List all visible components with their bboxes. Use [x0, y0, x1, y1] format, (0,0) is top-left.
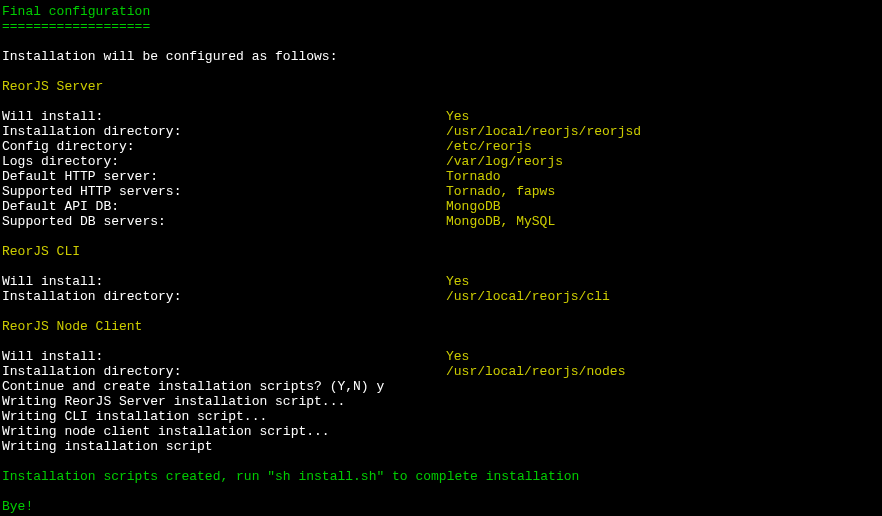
config-row: Installation directory:/usr/local/reorjs… [2, 289, 880, 304]
config-key: Supported HTTP servers: [2, 184, 446, 199]
server-section-title: ReorJS Server [2, 79, 880, 94]
config-key: Default HTTP server: [2, 169, 446, 184]
config-val: /usr/local/reorjs/cli [446, 289, 610, 304]
config-key: Logs directory: [2, 154, 446, 169]
blank-line [2, 34, 880, 49]
config-key: Supported DB servers: [2, 214, 446, 229]
progress-line: Writing node client installation script.… [2, 424, 880, 439]
divider-line: =================== [2, 19, 880, 34]
config-val: /var/log/reorjs [446, 154, 563, 169]
config-row: Installation directory:/usr/local/reorjs… [2, 124, 880, 139]
blank-line [2, 484, 880, 499]
prompt-answer: y [376, 379, 384, 394]
config-row: Will install:Yes [2, 109, 880, 124]
config-val: /usr/local/reorjs/nodes [446, 364, 625, 379]
progress-line: Writing installation script [2, 439, 880, 454]
progress-line: Writing ReorJS Server installation scrip… [2, 394, 880, 409]
config-row: Supported HTTP servers:Tornado, fapws [2, 184, 880, 199]
config-row: Logs directory:/var/log/reorjs [2, 154, 880, 169]
blank-line [2, 64, 880, 79]
progress-line: Writing CLI installation script... [2, 409, 880, 424]
config-key: Will install: [2, 109, 446, 124]
config-val: Tornado [446, 169, 501, 184]
title-line: Final configuration [2, 4, 880, 19]
config-row: Supported DB servers:MongoDB, MySQL [2, 214, 880, 229]
blank-line [2, 304, 880, 319]
config-row: Config directory:/etc/reorjs [2, 139, 880, 154]
config-val: /etc/reorjs [446, 139, 532, 154]
done-line: Installation scripts created, run "sh in… [2, 469, 880, 484]
config-key: Config directory: [2, 139, 446, 154]
config-row: Will install:Yes [2, 349, 880, 364]
config-val: /usr/local/reorjs/reorjsd [446, 124, 641, 139]
config-val: MongoDB, MySQL [446, 214, 555, 229]
blank-line [2, 229, 880, 244]
config-key: Will install: [2, 274, 446, 289]
blank-line [2, 94, 880, 109]
blank-line [2, 334, 880, 349]
config-key: Installation directory: [2, 124, 446, 139]
config-row: Default API DB:MongoDB [2, 199, 880, 214]
config-val: Tornado, fapws [446, 184, 555, 199]
prompt-question: Continue and create installation scripts… [2, 379, 376, 394]
config-key: Installation directory: [2, 289, 446, 304]
config-val: MongoDB [446, 199, 501, 214]
config-row: Installation directory:/usr/local/reorjs… [2, 364, 880, 379]
node-section-title: ReorJS Node Client [2, 319, 880, 334]
config-key: Default API DB: [2, 199, 446, 214]
config-key: Installation directory: [2, 364, 446, 379]
blank-line [2, 259, 880, 274]
config-row: Will install:Yes [2, 274, 880, 289]
config-val: Yes [446, 349, 469, 364]
intro-line: Installation will be configured as follo… [2, 49, 880, 64]
config-val: Yes [446, 274, 469, 289]
cli-section-title: ReorJS CLI [2, 244, 880, 259]
blank-line [2, 454, 880, 469]
config-val: Yes [446, 109, 469, 124]
prompt-line[interactable]: Continue and create installation scripts… [2, 379, 880, 394]
config-row: Default HTTP server:Tornado [2, 169, 880, 184]
config-key: Will install: [2, 349, 446, 364]
bye-line: Bye! [2, 499, 880, 514]
